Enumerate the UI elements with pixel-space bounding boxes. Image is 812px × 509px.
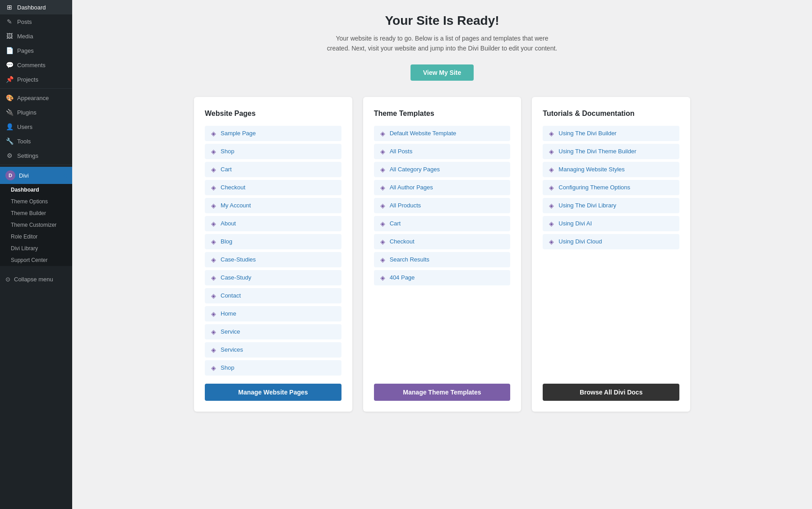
sidebar-item-projects[interactable]: 📌 Projects [0,72,72,87]
list-item[interactable]: Using Divi Cloud [543,234,679,249]
divi-page-icon [549,238,554,245]
divider [0,88,72,89]
divi-page-icon [380,130,385,137]
divi-page-icon [549,220,554,227]
submenu-item-divi-library[interactable]: Divi Library [0,243,72,254]
collapse-icon: ⊙ [5,276,10,283]
list-item[interactable]: Checkout [374,234,511,249]
list-item[interactable]: Default Website Template [374,126,511,141]
divi-page-icon [211,310,216,317]
divi-page-icon [211,274,216,281]
users-icon: 👤 [5,123,14,130]
sidebar-item-label: Appearance [17,95,49,101]
browse-divi-docs-button[interactable]: Browse All Divi Docs [543,384,679,401]
list-item[interactable]: Shop [205,360,341,376]
theme-templates-card: Theme Templates Default Website Template… [363,97,521,412]
collapse-menu-button[interactable]: ⊙ Collapse menu [0,271,72,287]
list-item[interactable]: Checkout [205,180,341,195]
theme-templates-list: Default Website TemplateAll PostsAll Cat… [374,126,511,376]
website-pages-title: Website Pages [205,110,341,118]
list-item[interactable]: Case-Study [205,270,341,285]
tutorials-title: Tutorials & Documentation [543,110,679,118]
main-content: Your Site Is Ready! Your website is read… [72,0,812,509]
list-item[interactable]: My Account [205,198,341,213]
posts-icon: ✎ [5,18,14,25]
sidebar-item-tools[interactable]: 🔧 Tools [0,134,72,148]
manage-website-pages-button[interactable]: Manage Website Pages [205,384,341,401]
list-item[interactable]: Service [205,324,341,339]
list-item[interactable]: 404 Page [374,270,511,285]
sidebar-item-label: Dashboard [17,4,46,11]
divi-page-icon [380,238,385,245]
list-item[interactable]: Blog [205,234,341,249]
divi-label: Divi [19,172,29,179]
list-item[interactable]: Using Divi AI [543,216,679,231]
submenu-item-theme-options[interactable]: Theme Options [0,196,72,207]
list-item[interactable]: Managing Website Styles [543,162,679,177]
divi-submenu: Dashboard Theme Options Theme Builder Th… [0,184,72,266]
sidebar-item-plugins[interactable]: 🔌 Plugins [0,105,72,119]
list-item[interactable]: Sample Page [205,126,341,141]
submenu-item-support-center[interactable]: Support Center [0,254,72,266]
divi-page-icon [211,364,216,371]
list-item[interactable]: All Category Pages [374,162,511,177]
manage-theme-templates-button[interactable]: Manage Theme Templates [374,384,511,401]
divi-page-icon [549,184,554,191]
sidebar-item-dashboard[interactable]: ⊞ Dashboard [0,0,72,14]
sidebar-item-users[interactable]: 👤 Users [0,119,72,134]
divi-page-icon [380,148,385,155]
sidebar-item-settings[interactable]: ⚙ Settings [0,148,72,163]
list-item[interactable]: All Posts [374,144,511,159]
list-item[interactable]: Cart [205,162,341,177]
submenu-item-dashboard[interactable]: Dashboard [0,184,72,196]
divi-page-icon [380,202,385,209]
divi-page-icon [211,292,216,299]
list-item[interactable]: Home [205,306,341,321]
divi-page-icon [549,148,554,155]
list-item[interactable]: Cart [374,216,511,231]
list-item[interactable]: Using The Divi Library [543,198,679,213]
list-item[interactable]: Services [205,342,341,358]
theme-templates-title: Theme Templates [374,110,511,118]
divider-2 [0,165,72,165]
list-item[interactable]: Using The Divi Theme Builder [543,144,679,159]
list-item[interactable]: About [205,216,341,231]
website-pages-list: Sample PageShopCartCheckoutMy AccountAbo… [205,126,341,376]
divi-page-icon [211,328,216,335]
list-item[interactable]: Contact [205,288,341,303]
projects-icon: 📌 [5,76,14,83]
divi-page-icon [380,220,385,227]
divi-page-icon [211,238,216,245]
divi-page-icon [211,166,216,173]
sidebar-item-label: Projects [17,76,38,83]
list-item[interactable]: Configuring Theme Options [543,180,679,195]
list-item[interactable]: All Author Pages [374,180,511,195]
divi-page-icon [549,130,554,137]
list-item[interactable]: Using The Divi Builder [543,126,679,141]
view-site-button[interactable]: View My Site [411,64,474,81]
list-item[interactable]: All Products [374,198,511,213]
sidebar-item-label: Users [17,124,32,130]
sidebar-item-label: Media [17,33,33,40]
tutorials-card: Tutorials & Documentation Using The Divi… [532,97,690,412]
sidebar-item-media[interactable]: 🖼 Media [0,29,72,43]
sidebar-item-divi[interactable]: D Divi ◀ [0,167,72,184]
submenu-item-role-editor[interactable]: Role Editor [0,231,72,243]
collapse-label: Collapse menu [14,276,53,283]
submenu-item-theme-builder[interactable]: Theme Builder [0,207,72,219]
submenu-item-theme-customizer[interactable]: Theme Customizer [0,219,72,231]
comments-icon: 💬 [5,61,14,69]
appearance-icon: 🎨 [5,94,14,101]
list-item[interactable]: Search Results [374,252,511,267]
sidebar-item-appearance[interactable]: 🎨 Appearance [0,91,72,105]
sidebar-item-pages[interactable]: 📄 Pages [0,43,72,58]
sidebar-item-comments[interactable]: 💬 Comments [0,58,72,72]
sidebar-item-posts[interactable]: ✎ Posts [0,14,72,29]
list-item[interactable]: Case-Studies [205,252,341,267]
divi-page-icon [380,256,385,263]
sidebar-item-label: Posts [17,18,32,25]
website-pages-card: Website Pages Sample PageShopCartCheckou… [194,97,352,412]
list-item[interactable]: Shop [205,144,341,159]
divi-page-icon [211,184,216,191]
dashboard-icon: ⊞ [5,4,14,11]
